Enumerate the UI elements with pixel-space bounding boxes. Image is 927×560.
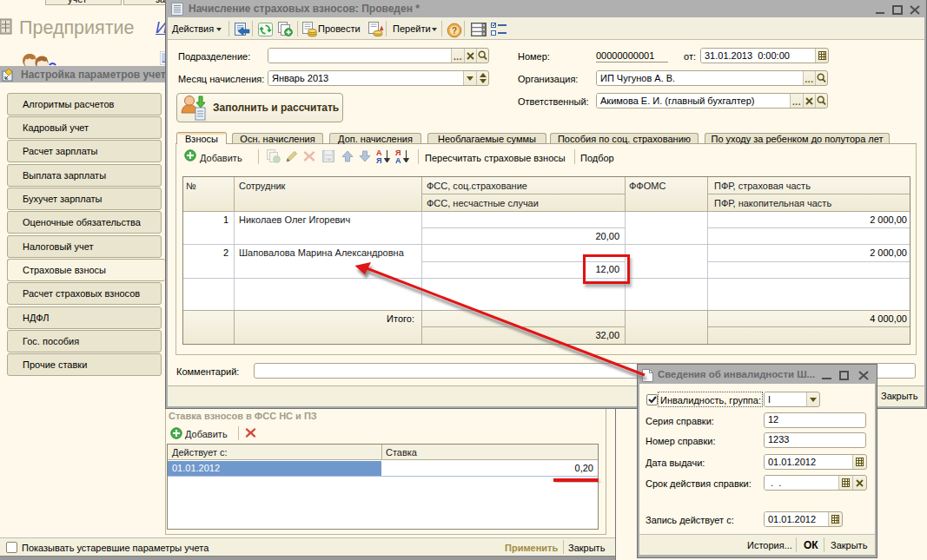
svg-text:А: А — [395, 156, 401, 164]
svg-text:Я: Я — [376, 156, 381, 164]
svg-text:ток: ток — [326, 157, 332, 161]
svg-text:?: ? — [452, 26, 457, 36]
